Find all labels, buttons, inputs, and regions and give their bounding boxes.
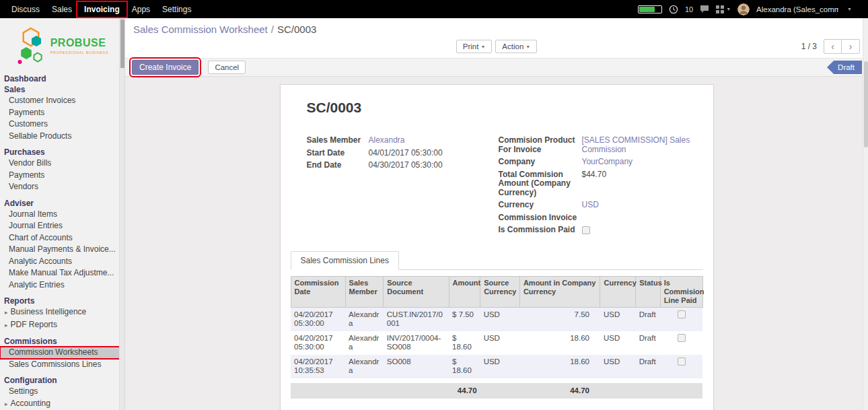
logo-subtitle: PROFESSIONAL BUSINESS: [50, 50, 109, 55]
col-header-commission-date[interactable]: Commission Date: [291, 276, 345, 307]
pager-next-button[interactable]: ›: [842, 39, 860, 54]
cell-currency: USD: [600, 355, 636, 378]
col-header-line-paid[interactable]: Is Commision Line Paid: [660, 276, 702, 307]
menu-settings[interactable]: Settings: [156, 3, 197, 16]
messages-icon[interactable]: [700, 5, 709, 13]
probuse-logo: PROBUSE PROFESSIONAL BUSINESS: [0, 18, 124, 71]
user-menu[interactable]: Alexandra (Sales_comm...: [756, 5, 838, 13]
sidebar-item-manual-tax-adjustment[interactable]: Make Manual Tax Adjustme...: [0, 267, 124, 279]
sidebar-heading-configuration[interactable]: Configuration: [0, 375, 124, 386]
debug-grid-icon[interactable]: ▼: [716, 5, 731, 13]
sidebar-item-label: Accounting: [11, 399, 50, 408]
cell-amount-company: 18.60: [519, 331, 600, 355]
sidebar-section-commissions: Commissions Commission Worksheets Sales …: [0, 336, 124, 370]
pager-previous-button[interactable]: ‹: [824, 39, 842, 54]
sidebar-item-payments-sales[interactable]: Payments: [0, 107, 124, 119]
line-paid-checkbox[interactable]: [678, 334, 686, 342]
sidebar-heading-commissions[interactable]: Commissions: [0, 336, 124, 347]
table-row[interactable]: 04/20/2017 10:35:53 Alexandra SO008 $ 18…: [291, 355, 702, 378]
sidebar-item-label: Business Intelligence: [11, 307, 87, 316]
table-row[interactable]: 04/20/2017 05:30:00 Alexandra INV/2017/0…: [291, 331, 702, 355]
sidebar-item-business-intelligence[interactable]: ▸Business Intelligence: [0, 306, 124, 319]
menu-discuss[interactable]: Discuss: [5, 3, 46, 16]
sidebar-item-commission-worksheets[interactable]: Commission Worksheets: [0, 347, 120, 359]
is-commission-paid-checkbox[interactable]: [582, 226, 590, 234]
commission-lines-table: Commission Date Sales Member Source Docu…: [291, 276, 703, 399]
sidebar-item-analytic-accounts[interactable]: Analytic Accounts: [0, 256, 124, 268]
activity-clock-icon[interactable]: [669, 5, 678, 14]
sidebar-heading-reports[interactable]: Reports: [0, 296, 124, 306]
sidebar-item-pdf-reports[interactable]: ▸PDF Reports: [0, 319, 124, 332]
sidebar-section-purchases: Purchases Vendor Bills Payments Vendors: [0, 147, 124, 193]
sidebar-section-dashboard: Dashboard: [0, 73, 124, 84]
menu-sales[interactable]: Sales: [46, 3, 78, 16]
cell-amount: $ 18.60: [449, 355, 480, 378]
user-avatar[interactable]: [737, 3, 750, 15]
create-invoice-button[interactable]: Create Invoice: [132, 60, 198, 75]
menu-apps[interactable]: Apps: [126, 3, 156, 16]
col-header-source-currency[interactable]: Source Currency: [480, 276, 520, 307]
action-buttons: Print ▼ Action ▼: [456, 40, 538, 53]
field-value-company[interactable]: YourCompany: [582, 158, 694, 167]
cell-line-paid: [660, 307, 702, 331]
sidebar-item-journal-entries[interactable]: Journal Entries: [0, 220, 124, 232]
sidebar-section-sales: Sales Customer Invoices Payments Custome…: [0, 84, 124, 142]
line-paid-checkbox[interactable]: [678, 310, 686, 318]
field-value-commission-product[interactable]: [SALES COMMISSION] Sales Commission: [582, 136, 694, 154]
action-button[interactable]: Action ▼: [495, 40, 537, 53]
pager-buttons: ‹ ›: [824, 39, 860, 54]
sidebar-heading-adviser[interactable]: Adviser: [0, 198, 124, 209]
window-scrollbar-thumb[interactable]: [864, 61, 868, 147]
tab-sales-commission-lines[interactable]: Sales Commission Lines: [291, 251, 399, 270]
sidebar-item-analytic-entries[interactable]: Analytic Entries: [0, 279, 124, 292]
field-label-sales-member: Sales Member: [307, 136, 363, 145]
sidebar-item-settings[interactable]: Settings: [0, 386, 124, 398]
sidebar-scrollbar[interactable]: [119, 18, 124, 410]
field-value-sales-member[interactable]: Alexandra: [369, 136, 499, 145]
table-row[interactable]: 04/20/2017 05:30:00 Alexandra CUST.IN/20…: [291, 307, 702, 331]
col-header-currency[interactable]: Currency: [600, 276, 636, 307]
cell-source-currency: USD: [480, 355, 520, 378]
sidebar-item-manual-payments[interactable]: Manual Payments & Invoice...: [0, 244, 124, 256]
cell-source: CUST.IN/2017/0001: [384, 307, 449, 331]
col-header-amount[interactable]: Amount: [449, 276, 480, 307]
sidebar-item-chart-of-accounts[interactable]: Chart of Accounts: [0, 232, 124, 244]
cell-status: Draft: [636, 331, 660, 355]
field-value-commission-invoice: [582, 213, 694, 223]
field-label-end-date: End Date: [307, 161, 363, 170]
col-header-sales-member[interactable]: Sales Member: [345, 276, 384, 307]
sidebar-item-customers[interactable]: Customers: [0, 118, 124, 131]
sidebar-item-vendors[interactable]: Vendors: [0, 181, 124, 193]
sidebar-heading-purchases[interactable]: Purchases: [0, 147, 124, 158]
line-paid-checkbox[interactable]: [678, 357, 686, 366]
cell-source-currency: USD: [480, 307, 520, 331]
sidebar-item-accounting[interactable]: ▸Accounting: [0, 398, 124, 410]
sidebar-nav: Dashboard Sales Customer Invoices Paymen…: [0, 71, 124, 410]
sidebar-item-vendor-bills[interactable]: Vendor Bills: [0, 158, 124, 170]
sidebar-item-payments-purchases[interactable]: Payments: [0, 170, 124, 182]
sidebar-item-customer-invoices[interactable]: Customer Invoices: [0, 95, 124, 107]
col-header-status[interactable]: Status: [636, 276, 660, 307]
caret-down-icon: ▼: [847, 7, 852, 11]
cell-member: Alexandra: [345, 307, 384, 331]
sidebar-heading-sales[interactable]: Sales: [0, 84, 124, 95]
totals-blank: [600, 383, 702, 399]
menu-invoicing[interactable]: Invoicing: [78, 3, 126, 16]
col-header-source-document[interactable]: Source Document: [384, 276, 449, 307]
sidebar-heading-dashboard[interactable]: Dashboard: [0, 73, 124, 84]
sidebar-scrollbar-thumb[interactable]: [120, 20, 124, 68]
sidebar-item-journal-items[interactable]: Journal Items: [0, 209, 124, 221]
breadcrumb-parent-link[interactable]: Sales Commission Worksheet: [133, 24, 268, 35]
total-amount-company: 44.70: [519, 383, 600, 399]
window-scrollbar[interactable]: [863, 18, 868, 410]
sidebar-item-sales-commissions-lines[interactable]: Sales Commissions Lines: [0, 359, 124, 371]
field-value-currency[interactable]: USD: [582, 201, 694, 210]
cancel-button[interactable]: Cancel: [208, 61, 246, 74]
col-header-amount-company-currency[interactable]: Amount in Company Currency: [519, 276, 600, 307]
sidebar-item-sellable-products[interactable]: Sellable Products: [0, 131, 124, 143]
expand-arrow-icon: ▸: [5, 322, 8, 329]
chevron-right-icon: ›: [849, 41, 853, 52]
cell-line-paid: [660, 331, 702, 355]
print-button[interactable]: Print ▼: [456, 40, 493, 53]
totals-row: 44.70 44.70: [291, 383, 702, 399]
